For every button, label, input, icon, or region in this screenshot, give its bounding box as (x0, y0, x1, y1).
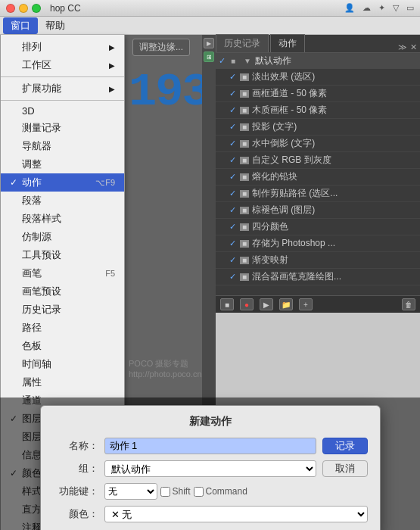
close-button[interactable] (6, 4, 15, 13)
record-button[interactable]: ● (240, 298, 254, 310)
cancel-button[interactable]: 取消 (322, 460, 368, 477)
menu-row-brush[interactable]: 画笔 F5 (1, 264, 124, 282)
actions-group-label: 默认动作 (255, 55, 291, 67)
dialog-overlay: 新建动作 名称： 记录 组： 默认动作 取消 功能键： 无 (0, 398, 420, 530)
panel-close-icon[interactable]: ✕ (410, 42, 417, 52)
shift-checkbox[interactable] (160, 487, 170, 497)
stop-button[interactable]: ■ (220, 298, 234, 310)
window-title: hop CC (50, 3, 81, 14)
rec-icon: ■ (240, 123, 249, 131)
menu-row-properties[interactable]: 属性 (1, 373, 124, 391)
adjust-button[interactable]: 调整边缘... (132, 39, 190, 56)
color-select[interactable]: ✕ 无 (104, 506, 368, 522)
menu-row-adjust[interactable]: 调整 (1, 155, 124, 173)
rec-icon: ■ (240, 107, 249, 114)
action-item[interactable]: ✓ ■ 自定义 RGB 到灰度 (216, 152, 420, 169)
dialog-name-row: 名称： 记录 (53, 438, 368, 454)
action-item[interactable]: ✓ ■ 渐变映射 (216, 252, 420, 269)
side-btn-2[interactable]: ⊞ (204, 51, 214, 62)
menu-row-3d[interactable]: 3D (1, 103, 124, 119)
new-action-dialog: 新建动作 名称： 记录 组： 默认动作 取消 功能键： 无 (40, 405, 381, 530)
action-item[interactable]: ✓ ■ 熔化的铅块 (216, 169, 420, 186)
action-item[interactable]: ✓ ■ 制作剪贴路径 (选区... (216, 186, 420, 202)
panel-bottom-bar: ■ ● ▶ 📁 + 🗑 (216, 295, 420, 313)
action-item[interactable]: ✓ ■ 存储为 Photoshop ... (216, 235, 420, 252)
menu-row-navigator[interactable]: 导航器 (1, 137, 124, 155)
tab-actions[interactable]: 动作 (270, 34, 305, 52)
action-item[interactable]: ✓ ■ 淡出效果 (选区) (216, 69, 420, 86)
rec-icon: ■ (240, 207, 249, 214)
dialog-title: 新建动作 (53, 415, 368, 429)
divider-1 (1, 76, 124, 77)
group-select[interactable]: 默认动作 (104, 460, 316, 477)
main-area: 排列 ▶ 工作区 ▶ 扩展功能 ▶ 3D 测量记录 导航器 (0, 35, 420, 530)
action-item[interactable]: ✓ ■ 画框通道 - 50 像素 (216, 86, 420, 102)
user-icon: 👤 (344, 3, 355, 13)
menu-row-workspace[interactable]: 工作区 ▶ (1, 56, 124, 74)
menu-row-measure[interactable]: 测量记录 (1, 119, 124, 137)
bluetooth-icon: ✦ (378, 3, 385, 13)
menu-row-extend[interactable]: 扩展功能 ▶ (1, 80, 124, 98)
panel-tabs: 历史记录 动作 ≫ ✕ (216, 35, 420, 53)
color-label: 颜色： (53, 507, 98, 521)
rec-icon: ■ (240, 90, 249, 98)
rec-icon: ■ (240, 273, 249, 281)
rec-icon: ■ (240, 73, 249, 81)
function-key-controls: 无 Shift Command (104, 483, 247, 500)
menu-row-actions[interactable]: ✓ 动作 ⌥F9 (1, 173, 124, 192)
action-item[interactable]: ✓ ■ 木质画框 - 50 像素 (216, 102, 420, 119)
rec-icon: ■ (240, 223, 249, 231)
panel-menu-icon[interactable]: ≫ (398, 42, 407, 52)
dialog-funckey-row: 功能键： 无 Shift Command (53, 483, 368, 500)
divider-2 (1, 100, 124, 101)
panel-tab-icons: ≫ ✕ (398, 42, 420, 52)
function-key-label: 功能键： (53, 485, 98, 498)
group-label: 组： (53, 462, 98, 475)
name-input[interactable] (104, 438, 316, 454)
record-button[interactable]: 记录 (322, 438, 368, 454)
battery-icon: ▭ (406, 3, 414, 13)
menu-row-path[interactable]: 路径 (1, 319, 124, 337)
name-label: 名称： (53, 439, 98, 453)
menu-item-window[interactable]: 窗口 (3, 17, 38, 34)
play-button[interactable]: ▶ (260, 298, 273, 310)
menu-row-swatches[interactable]: 色板 (1, 337, 124, 355)
menu-row-para-style[interactable]: 段落样式 (1, 210, 124, 228)
rec-icon: ■ (240, 240, 249, 248)
function-key-select[interactable]: 无 (104, 483, 157, 500)
action-item[interactable]: ✓ ■ 棕褪色调 (图层) (216, 202, 420, 219)
menu-row-tool-preset[interactable]: 工具预设 (1, 246, 124, 264)
rec-icon: ■ (240, 140, 249, 148)
side-btn-1[interactable]: ▶ (204, 38, 214, 48)
rec-icon: ■ (240, 257, 249, 264)
window-controls[interactable] (6, 4, 41, 13)
menu-row-timeline[interactable]: 时间轴 (1, 355, 124, 373)
command-checkbox[interactable] (194, 487, 204, 497)
menu-row-history[interactable]: 历史记录 (1, 301, 124, 319)
menu-item-help[interactable]: 帮助 (38, 17, 73, 34)
action-item[interactable]: ✓ ■ 混合器画笔克隆绘图... (216, 269, 420, 285)
title-bar: hop CC 👤 ☁ ✦ ▽ ▭ (0, 0, 420, 17)
actions-list: ✓ ■ ▼ 默认动作 ✓ ■ 淡出效果 (选区) ✓ ■ 画框通道 - 50 像… (216, 53, 420, 295)
add-folder-button[interactable]: 📁 (279, 298, 293, 310)
dialog-group-row: 组： 默认动作 取消 (53, 460, 368, 477)
wifi-icon: ▽ (393, 3, 399, 13)
maximize-button[interactable] (32, 4, 41, 13)
action-item[interactable]: ✓ ■ 水中倒影 (文字) (216, 136, 420, 152)
action-item[interactable]: ✓ ■ 四分颜色 (216, 219, 420, 235)
rec-icon: ■ (240, 190, 249, 198)
menu-row-arrange[interactable]: 排列 ▶ (1, 38, 124, 56)
watermark: POCO 摄影专题 http://photo.poco.cn/ (129, 358, 204, 379)
action-item[interactable]: ✓ ■ 投影 (文字) (216, 119, 420, 136)
actions-group-header[interactable]: ✓ ■ ▼ 默认动作 (216, 53, 420, 69)
menu-row-clone-source[interactable]: 仿制源 (1, 228, 124, 246)
delete-button[interactable]: 🗑 (402, 298, 415, 310)
menu-row-paragraph[interactable]: 段落 (1, 192, 124, 210)
tab-history[interactable]: 历史记录 (216, 34, 269, 52)
minimize-button[interactable] (19, 4, 28, 13)
menu-row-brush-preset[interactable]: 画笔预设 (1, 282, 124, 301)
add-action-button[interactable]: + (299, 298, 313, 310)
rec-icon: ■ (240, 173, 249, 181)
menu-bar: 窗口 帮助 (0, 17, 420, 35)
rec-icon: ■ (240, 157, 249, 164)
